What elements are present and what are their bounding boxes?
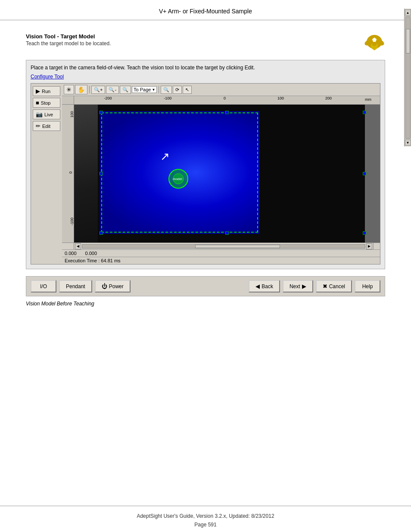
ruler-top-row: -200 -100 0 100 200 mm (62, 96, 380, 105)
corner-dot-bl (100, 231, 103, 235)
cursor-button[interactable]: ↖ (183, 86, 192, 94)
edge-dot-l (100, 172, 103, 175)
gray-right-bar (365, 105, 380, 243)
scroll-up-arrow[interactable]: ▲ (405, 9, 411, 16)
ruler-h-mark-200: 200 (325, 96, 332, 100)
ruler-h-mark-100: 100 (277, 96, 284, 100)
ruler-corner-right (373, 96, 380, 105)
zoom-area-button[interactable]: 🔍 (161, 86, 172, 94)
edit-button[interactable]: ✏ Edit (33, 121, 60, 131)
detection-blob: model (167, 167, 190, 191)
power-icon: ⏻ (102, 283, 107, 289)
move-cursor: ↗ (160, 150, 170, 163)
bottom-navigation: I/O Pendant ⏻ Power ◀ Back Next ▶ ✖ Canc… (26, 276, 385, 296)
back-button[interactable]: ◀ Back (249, 280, 280, 292)
ruler-horizontal: -200 -100 0 100 200 mm (74, 96, 373, 105)
ruler-h-mark-0: 0 (224, 96, 226, 100)
nav-left-buttons: I/O Pendant ⏻ Power (31, 280, 131, 292)
next-icon: ▶ (302, 283, 306, 289)
page-title: V+ Arm- or Fixed-Mounted Sample (0, 0, 411, 20)
exec-time-label: Execution Time : 64.81 ms (65, 258, 121, 263)
corner-dot-tl (100, 111, 103, 114)
figure-caption: Vision Model Before Teaching (26, 301, 385, 307)
camera-main-row: 100 0 -100 (62, 105, 380, 243)
ruler-vertical: 100 0 -100 (62, 105, 74, 243)
pointer-tool-button[interactable]: ✳ (64, 85, 74, 94)
help-button[interactable]: Help (355, 280, 380, 292)
page-footer: AdeptSight User's Guide, Version 3.2.x, … (0, 506, 411, 532)
stop-icon: ■ (36, 100, 39, 106)
corner-dot-tr (363, 111, 366, 114)
toolbar-separator-2 (159, 86, 159, 93)
dark-left-area (74, 105, 98, 243)
run-button[interactable]: ▶ Run (33, 86, 60, 96)
h-scrollbar-row: ◀ ▶ (62, 243, 380, 249)
ruler-h-mark-neg100: -100 (164, 96, 171, 100)
ruler-v-mark-0: 0 (68, 171, 73, 174)
ruler-corner (62, 96, 74, 105)
camera-view-sim: ↗ model (74, 105, 380, 243)
io-button[interactable]: I/O (31, 280, 56, 292)
toolbar-separator-1 (89, 86, 90, 93)
panel-instruction: Place a target in the camera field-of-vi… (31, 65, 380, 71)
hand-tool-button[interactable]: ✋ (75, 85, 87, 94)
zoom-dropdown[interactable]: To Page ▼ (132, 86, 157, 93)
x-coord: 0.000 (65, 251, 77, 256)
zoom-fit-button[interactable]: 🔍 (120, 86, 131, 94)
horizontal-scrollbar[interactable]: ◀ ▶ (74, 243, 373, 249)
svg-text:model: model (173, 177, 182, 181)
vision-panel: ▶ Run ■ Stop 📷 Live ✏ Edit (31, 83, 380, 264)
status-bar: 0.000 0.000 (62, 249, 380, 257)
scroll-right-arrow[interactable]: ▶ (366, 243, 372, 249)
live-icon: 📷 (36, 111, 43, 118)
stop-button[interactable]: ■ Stop (33, 98, 60, 108)
section-title: Vision Tool - Target Model (26, 33, 111, 40)
pendant-button[interactable]: Pendant (59, 280, 92, 292)
v-scroll-thumb[interactable] (406, 29, 410, 53)
zoom-in-button[interactable]: 🔍+ (91, 86, 105, 94)
vision-main: ✳ ✋ 🔍+ 🔍- 🔍 To Page ▼ 🔍 ⟳ ↖ (62, 84, 380, 264)
nav-right-buttons: ◀ Back Next ▶ ✖ Cancel Help (249, 280, 380, 292)
ruler-h-mark-neg200: -200 (104, 96, 112, 100)
h-scrollbar-corner-right (373, 243, 380, 249)
ruler-v-mark-neg100: -100 (70, 218, 74, 225)
cancel-icon: ✖ (323, 283, 327, 289)
vision-toolbar: ✳ ✋ 🔍+ 🔍- 🔍 To Page ▼ 🔍 ⟳ ↖ (62, 84, 380, 96)
scroll-down-arrow[interactable]: ▼ (405, 140, 411, 146)
scroll-left-arrow[interactable]: ◀ (75, 243, 81, 249)
sidebar-buttons: ▶ Run ■ Stop 📷 Live ✏ Edit (31, 84, 62, 264)
vertical-scrollbar[interactable]: ▲ ▼ (404, 9, 411, 146)
h-scrollbar-corner-left (62, 243, 74, 249)
exec-time-bar: Execution Time : 64.81 ms (62, 257, 380, 264)
edge-dot-t (225, 111, 229, 114)
corner-dot-br (363, 231, 366, 235)
svg-point-3 (372, 42, 377, 46)
camera-area-wrapper: -200 -100 0 100 200 mm (62, 96, 380, 264)
h-scroll-track[interactable] (82, 244, 365, 249)
power-button[interactable]: ⏻ Power (95, 280, 131, 292)
run-icon: ▶ (36, 88, 40, 94)
y-coord: 0.000 (85, 251, 97, 256)
footer-page: Page 591 (0, 522, 411, 528)
section-subtitle: Teach the target model to be located. (26, 40, 111, 47)
section-icon (364, 33, 385, 55)
back-icon: ◀ (255, 283, 260, 289)
ruler-v-mark-100: 100 (70, 111, 74, 118)
ruler-unit: mm (365, 97, 371, 102)
configure-tool-link[interactable]: Configure Tool (31, 74, 64, 80)
v-scroll-track[interactable] (405, 16, 411, 139)
edge-dot-r (363, 172, 366, 175)
footer-text: AdeptSight User's Guide, Version 3.2.x, … (0, 513, 411, 519)
h-scroll-thumb[interactable] (195, 245, 280, 248)
rotate-button[interactable]: ⟳ (173, 86, 182, 94)
zoom-out-button[interactable]: 🔍- (106, 86, 119, 94)
main-panel: Place a target in the camera field-of-vi… (26, 60, 385, 269)
camera-image[interactable]: ↗ model (74, 105, 380, 243)
edge-dot-b (225, 231, 229, 235)
section-header: Vision Tool - Target Model Teach the tar… (26, 33, 385, 55)
live-button[interactable]: 📷 Live (33, 109, 60, 119)
next-button[interactable]: Next ▶ (283, 280, 313, 292)
edit-icon: ✏ (36, 123, 40, 129)
cancel-button[interactable]: ✖ Cancel (316, 280, 352, 292)
